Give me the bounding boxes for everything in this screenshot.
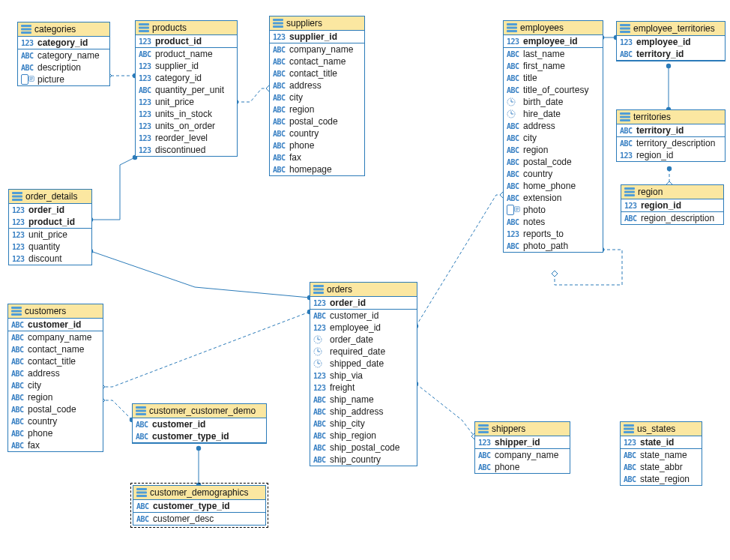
column[interactable]: description <box>18 61 109 73</box>
column[interactable]: last_name <box>504 48 603 60</box>
column[interactable]: region_description <box>621 212 723 224</box>
column[interactable]: notes <box>504 216 603 228</box>
column[interactable]: region_id <box>617 149 725 161</box>
column[interactable]: address <box>270 79 364 91</box>
column[interactable]: title <box>504 72 603 84</box>
pk-column[interactable]: territory_id <box>617 124 725 136</box>
table-header[interactable]: us_states <box>621 422 702 436</box>
table-shippers[interactable]: shippersshipper_idcompany_namephone <box>474 421 570 474</box>
column[interactable]: ship_region <box>310 430 417 442</box>
column[interactable]: country <box>504 168 603 180</box>
column[interactable]: city <box>8 379 103 391</box>
column[interactable]: customer_desc <box>133 513 265 525</box>
column[interactable]: postal_code <box>8 403 103 415</box>
table-header[interactable]: suppliers <box>270 16 364 31</box>
pk-column[interactable]: state_id <box>621 436 702 448</box>
column[interactable]: company_name <box>8 331 103 343</box>
column[interactable]: category_name <box>18 49 109 61</box>
column[interactable]: fax <box>8 439 103 451</box>
table-header[interactable]: region <box>621 185 723 199</box>
column[interactable]: region <box>504 144 603 156</box>
column[interactable]: reorder_level <box>136 132 237 144</box>
column[interactable]: unit_price <box>136 96 237 108</box>
table-header[interactable]: order_details <box>9 190 91 204</box>
table-header[interactable]: customer_demographics <box>133 486 265 500</box>
column[interactable]: country <box>8 415 103 427</box>
table-us_states[interactable]: us_statesstate_idstate_namestate_abbrsta… <box>620 421 702 486</box>
column[interactable]: city <box>270 91 364 103</box>
column[interactable]: territory_description <box>617 137 725 149</box>
table-region[interactable]: regionregion_idregion_description <box>621 184 724 225</box>
column[interactable]: address <box>504 120 603 132</box>
table-header[interactable]: customers <box>8 304 103 319</box>
pk-column[interactable]: category_id <box>18 37 109 49</box>
column[interactable]: discount <box>9 253 91 265</box>
column[interactable]: region <box>8 391 103 403</box>
column[interactable]: ship_postal_code <box>310 442 417 454</box>
table-header[interactable]: products <box>136 21 237 35</box>
pk-column[interactable]: territory_id <box>617 48 725 60</box>
table-products[interactable]: productsproduct_idproduct_namesupplier_i… <box>135 20 238 157</box>
table-customers[interactable]: customerscustomer_idcompany_namecontact_… <box>7 304 103 452</box>
er-diagram-canvas[interactable]: categoriescategory_idcategory_namedescri… <box>0 0 730 560</box>
column[interactable]: order_date <box>310 334 417 346</box>
table-header[interactable]: customer_customer_demo <box>133 404 266 418</box>
pk-column[interactable]: region_id <box>621 199 723 211</box>
column[interactable]: ship_city <box>310 418 417 430</box>
table-header[interactable]: employees <box>504 21 603 35</box>
table-customer_customer_demo[interactable]: customer_customer_democustomer_idcustome… <box>132 403 267 444</box>
column[interactable]: contact_name <box>8 343 103 355</box>
column[interactable]: freight <box>310 382 417 394</box>
column[interactable]: homepage <box>270 163 364 175</box>
pk-column[interactable]: shipper_id <box>475 436 570 448</box>
column[interactable]: quantity <box>9 241 91 253</box>
column[interactable]: ship_country <box>310 454 417 466</box>
column[interactable]: company_name <box>475 449 570 461</box>
table-header[interactable]: territories <box>617 110 725 124</box>
column[interactable]: city <box>504 132 603 144</box>
column[interactable]: ship_name <box>310 394 417 406</box>
column[interactable]: photo_path <box>504 240 603 252</box>
column[interactable]: picture <box>18 73 109 85</box>
pk-column[interactable]: customer_type_id <box>133 500 265 512</box>
column[interactable]: phone <box>270 139 364 151</box>
pk-column[interactable]: customer_id <box>8 319 103 331</box>
column[interactable]: units_on_order <box>136 120 237 132</box>
column[interactable]: required_date <box>310 346 417 358</box>
pk-column[interactable]: order_id <box>310 297 417 309</box>
column[interactable]: category_id <box>136 72 237 84</box>
column[interactable]: contact_title <box>270 67 364 79</box>
column[interactable]: title_of_courtesy <box>504 84 603 96</box>
column[interactable]: customer_id <box>310 310 417 322</box>
column[interactable]: supplier_id <box>136 60 237 72</box>
column[interactable]: employee_id <box>310 322 417 334</box>
column[interactable]: fax <box>270 151 364 163</box>
column[interactable]: discontinued <box>136 144 237 156</box>
column[interactable]: state_abbr <box>621 461 702 473</box>
column[interactable]: company_name <box>270 43 364 55</box>
column[interactable]: postal_code <box>270 115 364 127</box>
column[interactable]: shipped_date <box>310 358 417 370</box>
column[interactable]: address <box>8 367 103 379</box>
pk-column[interactable]: customer_type_id <box>133 430 266 442</box>
column[interactable]: ship_via <box>310 370 417 382</box>
table-order_details[interactable]: order_detailsorder_idproduct_idunit_pric… <box>8 189 92 265</box>
column[interactable]: phone <box>8 427 103 439</box>
pk-column[interactable]: product_id <box>9 216 91 228</box>
column[interactable]: reports_to <box>504 228 603 240</box>
table-customer_demographics[interactable]: customer_demographicscustomer_type_idcus… <box>133 485 266 526</box>
column[interactable]: home_phone <box>504 180 603 192</box>
table-header[interactable]: employee_territories <box>617 22 725 36</box>
column[interactable]: state_name <box>621 449 702 461</box>
column[interactable]: hire_date <box>504 108 603 120</box>
column[interactable]: product_name <box>136 48 237 60</box>
table-header[interactable]: categories <box>18 22 109 37</box>
column[interactable]: phone <box>475 461 570 473</box>
table-territories[interactable]: territoriesterritory_idterritory_descrip… <box>616 109 726 162</box>
pk-column[interactable]: employee_id <box>617 36 725 48</box>
column[interactable]: extension <box>504 192 603 204</box>
table-header[interactable]: orders <box>310 283 417 297</box>
column[interactable]: region <box>270 103 364 115</box>
pk-column[interactable]: supplier_id <box>270 31 364 43</box>
pk-column[interactable]: customer_id <box>133 418 266 430</box>
